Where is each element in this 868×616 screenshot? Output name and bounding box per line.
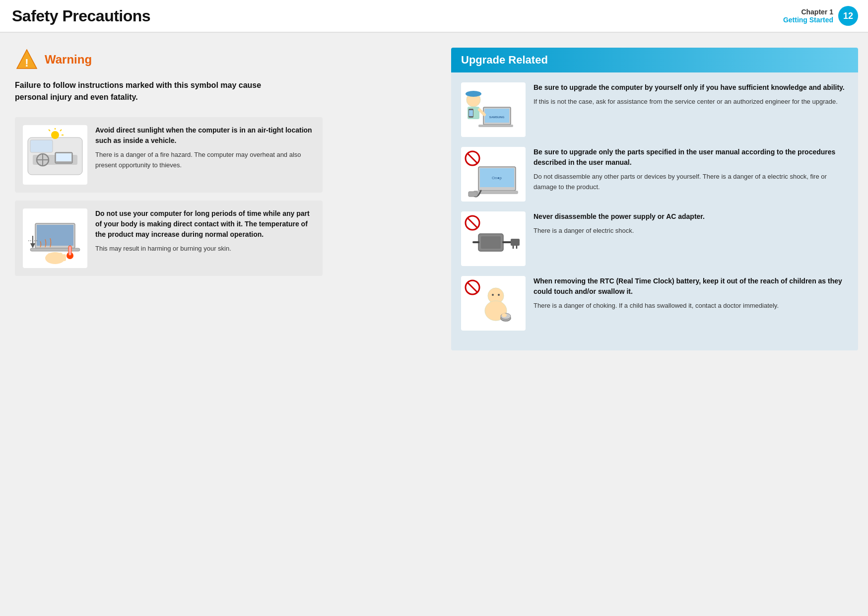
main-content: ! Warning Failure to follow instructions… [0, 33, 868, 360]
upgrade-item-4-image [461, 276, 526, 331]
warning-item-1-text: Avoid direct sunlight when the computer … [95, 125, 315, 185]
upgrade-item-4-text: When removing the RTC (Real Time Clock) … [534, 276, 848, 331]
svg-rect-17 [30, 248, 80, 251]
upgrade-item-2-image: On●p [461, 147, 526, 202]
svg-rect-14 [30, 140, 53, 152]
warning-description: Failure to follow instructions marked wi… [15, 79, 293, 103]
upgrade-item-1-body: If this is not the case, ask for assista… [534, 97, 848, 107]
svg-text:On●p: On●p [492, 176, 502, 180]
warning-label: Warning [45, 53, 92, 67]
warning-item-2-body: This may result in harming or burning yo… [95, 244, 315, 254]
upgrade-item-2-body: Do not disassemble any other parts or de… [534, 172, 848, 193]
warning-item-1: Avoid direct sunlight when the computer … [15, 117, 323, 193]
page-title: Safety Precautions [12, 7, 150, 25]
upgrade-item-1: SAMSUNG Be sure to upgrade the computer … [461, 82, 848, 137]
upgrade-item-1-text: Be sure to upgrade the computer by yours… [534, 82, 848, 137]
svg-point-63 [502, 313, 507, 317]
svg-rect-27 [68, 246, 71, 256]
upgrade-item-2-title: Be sure to upgrade only the parts specif… [534, 147, 848, 168]
svg-point-58 [492, 294, 494, 296]
warning-item-1-body: There is a danger of a fire hazard. The … [95, 150, 315, 171]
warning-item-2-image [23, 208, 87, 268]
warning-triangle-icon: ! [15, 48, 39, 71]
svg-line-11 [60, 130, 62, 131]
upgrade-item-4: When removing the RTC (Real Time Clock) … [461, 276, 848, 331]
svg-line-13 [49, 130, 50, 131]
svg-rect-33 [467, 92, 480, 96]
upgrade-item-3-body: There is a danger of electric shock. [534, 226, 848, 236]
upgrade-item-3: Never disassemble the power supply or AC… [461, 211, 848, 266]
chapter-info: Chapter 1 Getting Started 12 [783, 6, 858, 26]
svg-text:SAMSUNG: SAMSUNG [489, 116, 505, 119]
svg-rect-16 [37, 225, 73, 246]
chapter-label: Chapter 1 [783, 8, 833, 16]
upgrade-item-4-body: There is a danger of choking. If a child… [534, 301, 848, 311]
svg-rect-30 [478, 125, 513, 127]
svg-rect-19 [48, 253, 52, 261]
upgrade-item-4-title: When removing the RTC (Real Time Clock) … [534, 276, 848, 297]
warning-item-2: Do not use your computer for long period… [15, 201, 323, 276]
svg-rect-21 [59, 253, 63, 261]
page-number: 12 [838, 6, 858, 26]
svg-rect-20 [53, 252, 57, 261]
svg-point-59 [498, 294, 500, 296]
svg-marker-24 [30, 243, 35, 248]
svg-rect-44 [468, 192, 477, 197]
svg-rect-52 [511, 239, 520, 246]
svg-rect-49 [481, 236, 501, 249]
warning-item-1-image [23, 125, 87, 185]
upgrade-item-3-title: Never disassemble the power supply or AC… [534, 211, 848, 222]
svg-rect-22 [63, 254, 66, 261]
upgrade-item-1-title: Be sure to upgrade the computer by yours… [534, 82, 848, 93]
warning-item-2-text: Do not use your computer for long period… [95, 208, 315, 268]
svg-point-9 [51, 131, 59, 139]
upgrade-item-3-text: Never disassemble the power supply or AC… [534, 211, 848, 266]
upgrade-item-3-image [461, 211, 526, 266]
upgrade-item-2: On●p Be sure to upgrade only the parts s… [461, 147, 848, 202]
right-column: Upgrade Related [451, 48, 858, 350]
upgrade-item-1-image: SAMSUNG [461, 82, 526, 137]
page-header: Safety Precautions Chapter 1 Getting Sta… [0, 0, 868, 33]
chapter-text: Chapter 1 Getting Started [783, 8, 833, 24]
left-column: ! Warning Failure to follow instructions… [15, 48, 451, 350]
svg-rect-8 [56, 153, 71, 161]
chapter-sublabel: Getting Started [783, 16, 833, 24]
upgrade-header: Upgrade Related [451, 48, 858, 72]
warning-item-1-title: Avoid direct sunlight when the computer … [95, 125, 315, 146]
svg-rect-38 [469, 110, 473, 116]
upgrade-item-2-text: Be sure to upgrade only the parts specif… [534, 147, 848, 202]
warning-header: ! Warning [15, 48, 436, 71]
svg-text:!: ! [25, 57, 28, 69]
warning-item-2-title: Do not use your computer for long period… [95, 208, 315, 240]
upgrade-content: SAMSUNG Be sure to upgrade the computer … [451, 72, 858, 350]
